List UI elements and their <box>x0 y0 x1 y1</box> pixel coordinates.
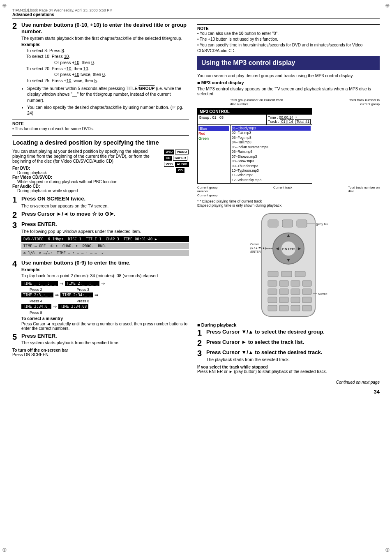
dvd-bar-top: DVD-VIDEO 6.1Mbps DISC 1 TITLE 1 CHAP 3 … <box>21 236 189 242</box>
svg-rect-15 <box>268 281 277 286</box>
loc-step-1: 1 Press ON SCREEN twice. The on-screen b… <box>12 196 189 209</box>
svg-text:ENTER: ENTER <box>282 247 295 251</box>
track-9: 09–Thunder.mp3 <box>232 164 311 168</box>
step-2-number: 2 <box>12 22 20 30</box>
continued-text: Continued on next page <box>197 380 380 385</box>
svg-rect-13 <box>281 271 292 277</box>
ann-current-group-label: current group <box>360 102 380 106</box>
step-2-bullets: Specify the number within 5 seconds afte… <box>21 85 189 116</box>
bullet-2: You can also specify the desired chapter… <box>27 104 189 116</box>
svg-rect-18 <box>302 281 311 286</box>
audio-badge: AUDIO <box>175 162 189 167</box>
mp3-top-row: Group : 01 03 Time : 00:00:14 * Track : … <box>198 115 312 125</box>
time-row-1: TIME _ :_ _:_ _ ⇒ TIME 2:_ _:_ _ ⇒ <box>21 281 189 286</box>
track-10: 10–Typhoon.mp3 <box>232 168 311 173</box>
loc-step-3-num: 3 <box>12 221 20 229</box>
locating-body: You can start playing at your desired po… <box>12 149 150 164</box>
svg-text:Number buttons: Number buttons <box>318 292 327 295</box>
badge-row-4: CD <box>164 168 189 173</box>
elapsed-note2: Elapsed playing time is only shown durin… <box>197 203 283 207</box>
elapsed-note: * * Elapsed playing time of current trac… <box>197 199 380 207</box>
time-box-3a: TIME 2:34:0_ <box>21 304 51 309</box>
dvd-bar-mid-text: TIME ↔ OFF ① ➤ CHAP. ➤ PROG. RND. <box>23 244 107 248</box>
svg-rect-24 <box>279 297 288 303</box>
time-row-2: TIME 2:3_:_ _ ⇒ TIME 2:34:_ _ ⇒ <box>21 292 189 298</box>
loc-step-5-body: The system starts playback from the spec… <box>21 340 189 346</box>
mp3-body: Blue Red Green 01–Cloudy.mp3 02–Fair.mp3… <box>198 125 312 184</box>
mp3-step-3: 3 Press Cursor ▼/▲ to select the desired… <box>197 349 380 362</box>
track-5: 05–Indian summer.mp3 <box>232 145 311 150</box>
track-8: 08–Snow.mp3 <box>232 159 311 164</box>
mp3-time-cell: Group : 01 03 <box>198 115 267 124</box>
ann-disc: disc number <box>230 102 248 106</box>
loc-step-1-body: The on-screen bar appears on the TV scre… <box>21 203 189 209</box>
loc-step-3-content: Press ENTER. The following pop-up window… <box>21 221 189 257</box>
track-1: 01–Cloudy.mp3 <box>232 126 311 131</box>
loc-step-2-content: Press Cursor ►/◄ to move ☆ to ⊙➤. <box>21 211 189 217</box>
press-0: Press 0 <box>44 299 90 303</box>
loc-step-2-num: 2 <box>12 211 20 219</box>
loc-step-2: 2 Press Cursor ►/◄ to move ☆ to ⊙➤. <box>12 211 189 219</box>
ann-total-disc: Total track number ondisc <box>348 186 380 193</box>
svg-text:(►/◄/▼/▲): (►/◄/▼/▲) <box>250 246 266 250</box>
during-playback-heading: ■ During playback <box>197 322 380 327</box>
track-7: 07–Shower.mp3 <box>232 154 311 159</box>
note-bullet-3: • You can specify time in hours/minutes/… <box>197 42 380 54</box>
mp3-step-3-num: 3 <box>197 349 205 357</box>
note-label-right: NOTE <box>197 26 380 31</box>
svg-rect-2 <box>282 220 293 227</box>
if-stopped-heading: If you select the track while stopped <box>197 365 380 369</box>
svg-text:/ENTER: /ENTER <box>250 250 261 253</box>
loc-step-1-heading: Press ON SCREEN twice. <box>21 196 189 202</box>
super-badge: SUPER <box>173 156 188 161</box>
page-number: 34 <box>12 389 380 395</box>
step4-example-label: Example: <box>21 267 41 272</box>
svg-rect-23 <box>268 297 277 303</box>
for-vcd-label: For Video CD/SVCD: <box>12 175 52 180</box>
if-stopped-body: Press ENTER or ► (play button) to start … <box>197 369 380 374</box>
svg-rect-14 <box>295 271 305 277</box>
press-4: Press 4 <box>30 299 42 303</box>
dvd-bar-top-text: DVD-VIDEO 6.1Mbps DISC 1 TITLE 1 CHAP 3 … <box>23 237 157 241</box>
time-box-1a: TIME _ :_ _:_ _ <box>21 281 58 286</box>
page: ⊕ ⊕ ⊕ ⊕ TIFM42[J].book Page 34 Wednesday… <box>0 0 392 555</box>
note-label-1: NOTE <box>12 122 189 126</box>
mp3-display-body: The MP3 control display appears on the T… <box>197 86 380 96</box>
time-sequence: TIME _ :_ _:_ _ ⇒ TIME 2:_ _:_ _ ⇒ Press… <box>21 281 189 315</box>
track-6: 06–Rain.mp3 <box>232 150 311 154</box>
mp3-step-3-heading: Press Cursor ▼/▲ to select the desired t… <box>206 349 380 356</box>
badge-row-2: CD SUPER <box>164 156 189 161</box>
ann-total-track: Total track number in <box>349 98 380 102</box>
track-11: 11–Wind.mp3 <box>232 173 311 177</box>
note-bullet-2: • The +10 button is not used by this fun… <box>197 37 380 42</box>
badge-row-1: DVD VIDEO <box>164 150 189 154</box>
loc-step-1-content: Press ON SCREEN twice. The on-screen bar… <box>21 196 189 209</box>
note-bullet-1: • You can also use the 10 button to ente… <box>197 31 380 37</box>
svg-text:◄: ◄ <box>275 246 280 251</box>
note-text-1: • This function may not work for some DV… <box>12 126 189 132</box>
mp3-header: MP3 CONTROL <box>198 108 312 115</box>
mp3-track-cell: Time : 00:00:14 * Track : 01 14 Total 41 <box>267 115 312 124</box>
corner-mark-tr: ⊕ <box>385 2 390 9</box>
svg-rect-30 <box>302 305 311 311</box>
if-stopped-section: If you select the track while stopped Pr… <box>197 365 380 374</box>
ann-total-group: Total group number on Current track <box>230 98 283 102</box>
mp3-step-3-body: The playback starts from the selected tr… <box>206 357 380 363</box>
step-2-body: The system starts playback from the firs… <box>21 35 189 84</box>
for-dvd-label: For DVD: <box>12 166 30 170</box>
mp3-step-1-num: 1 <box>197 329 205 337</box>
mp3-step-2-content: Press Cursor ► to select the track list. <box>206 339 380 345</box>
example-or1: Or press +10, then 0. <box>21 60 95 65</box>
note-box-right: NOTE • You can also use the 10 button to… <box>197 24 380 54</box>
remote-illustration: ▲ ▼ ◄ ► ENTER <box>197 212 380 318</box>
track-4: 04–Hail.mp3 <box>232 140 311 145</box>
loc-step-3-body: The following pop-up window appears unde… <box>21 228 189 235</box>
track-display: Track : 01 14 Total 41 <box>268 119 311 124</box>
svg-rect-22 <box>302 289 311 295</box>
time-box-3b: TIME 2:34:08 <box>58 304 88 309</box>
time-box-2a: TIME 2:3_:_ _ <box>21 292 53 297</box>
press-8: Press 8 <box>30 311 42 315</box>
loc-step-4-num: 4 <box>12 260 20 268</box>
format-badges: DVD VIDEO CD SUPER VCD AUDIO CD <box>164 150 189 173</box>
dvd-bar-bot-text: ⊙ 1/8 ⊙ –/–: TIME – : – – : – – ↙ <box>23 251 104 255</box>
